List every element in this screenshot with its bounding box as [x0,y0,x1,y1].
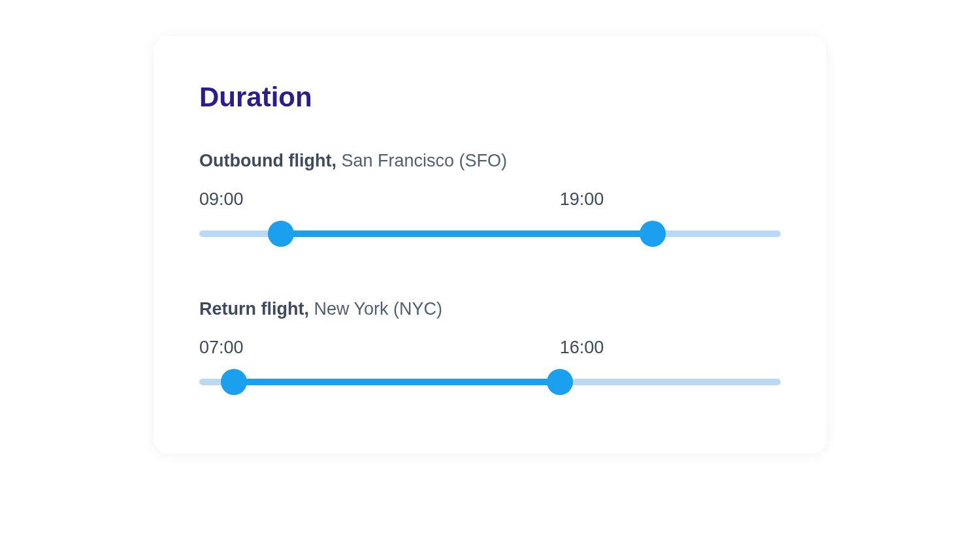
outbound-handle-min[interactable] [268,221,294,247]
outbound-label-light: San Francisco (SFO) [336,151,507,170]
duration-filter-card: Duration Outbound flight, San Francisco … [154,36,826,454]
outbound-slider-block: Outbound flight, San Francisco (SFO) 09:… [199,151,781,247]
return-track-fill [234,379,559,385]
return-label-light: New York (NYC) [309,299,442,319]
outbound-max-value: 19:00 [560,189,604,210]
return-track-bg [199,379,781,385]
return-handle-min[interactable] [221,369,247,395]
return-min-value: 07:00 [199,338,244,358]
card-title: Duration [199,82,781,113]
return-slider-track[interactable] [199,369,781,395]
outbound-min-value: 09:00 [199,189,244,210]
return-handle-max[interactable] [547,369,573,395]
return-label-bold: Return flight, [199,299,309,319]
outbound-handle-max[interactable] [640,221,666,247]
outbound-slider-track[interactable] [199,221,781,247]
outbound-slider-label: Outbound flight, San Francisco (SFO) [199,151,781,171]
outbound-track-fill [281,230,653,237]
return-slider-label: Return flight, New York (NYC) [199,299,781,319]
return-slider-block: Return flight, New York (NYC) 07:00 16:0… [199,299,781,395]
return-max-value: 16:00 [560,338,604,358]
outbound-label-bold: Outbound flight, [199,151,336,170]
outbound-slider-values: 09:00 19:00 [199,189,781,212]
return-slider-values: 07:00 16:00 [199,338,781,360]
